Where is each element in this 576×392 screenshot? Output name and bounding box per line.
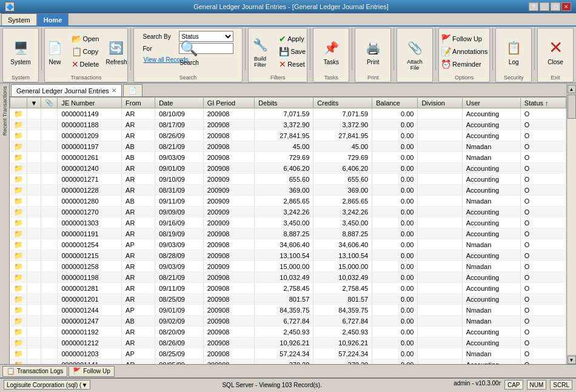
minimize-btn[interactable]: _: [540, 2, 549, 11]
print-button[interactable]: 🖨️ Print: [360, 36, 386, 67]
table-row[interactable]: 📁 0000001270 AR 09/09/09 200909 3,242.26…: [10, 207, 566, 218]
row-status: O: [520, 130, 566, 141]
table-row[interactable]: 📁 0000001281 AR 09/11/09 200908 2,758.45…: [10, 283, 566, 294]
row-balance: 0.00: [372, 174, 418, 185]
save-filter-button[interactable]: 💾 Save: [276, 45, 308, 58]
col-credits[interactable]: Credits: [313, 98, 372, 108]
attach-file-button[interactable]: 📎 AttachFile: [402, 36, 427, 73]
table-row[interactable]: 📁 0000001247 AB 09/02/09 200908 6,727.84…: [10, 316, 566, 327]
table-row[interactable]: 📁 0000001240 AR 09/01/09 200908 6,406.20…: [10, 163, 566, 174]
doc-tab-new[interactable]: 📄: [123, 84, 142, 96]
log-button[interactable]: 📋 Log: [501, 36, 526, 67]
help-btn[interactable]: ?: [529, 2, 538, 11]
open-button[interactable]: 📂 Open: [69, 33, 102, 45]
row-from: AR: [122, 337, 155, 348]
follow-up-button[interactable]: 🚩 Follow Up: [438, 33, 490, 45]
table-row[interactable]: 📁 0000001209 AR 08/26/09 200908 27,841.9…: [10, 130, 566, 141]
table-row[interactable]: 📁 0000001228 AR 08/31/09 200909 369.00 3…: [10, 185, 566, 196]
table-row[interactable]: 📁 0000001303 AR 09/16/09 200909 3,450.00…: [10, 218, 566, 228]
col-gl-period[interactable]: GI Period: [203, 98, 255, 108]
table-row[interactable]: 📁 0000001149 AR 08/10/09 200908 7,071.59…: [10, 108, 566, 119]
tab-system[interactable]: System: [1, 13, 37, 25]
status-num[interactable]: NUM: [527, 380, 547, 390]
row-from: AR: [122, 163, 155, 174]
search-button[interactable]: 🔍 Search: [176, 37, 202, 68]
row-folder-icon: 📁: [10, 196, 27, 207]
delete-button[interactable]: ✕ Delete: [69, 58, 102, 70]
table-row[interactable]: 📁 0000001280 AB 09/11/09 200909 2,865.65…: [10, 196, 566, 207]
row-gl-period: 200908: [203, 152, 255, 163]
row-balance: 0.00: [372, 272, 418, 283]
row-folder-icon: 📁: [10, 316, 27, 327]
row-attach: [41, 108, 58, 119]
row-attach: [41, 185, 58, 196]
table-row[interactable]: 📁 0000001141 AR 08/05/09 200908 378.20 3…: [10, 359, 566, 365]
col-debits[interactable]: Debits: [255, 98, 313, 108]
doc-tab-gl[interactable]: General Ledger Journal Entries ✕: [11, 84, 122, 96]
status-scrl[interactable]: SCRL: [550, 380, 572, 390]
col-date[interactable]: Date: [155, 98, 204, 108]
table-row[interactable]: 📁 0000001271 AR 09/10/09 200909 655.60 6…: [10, 174, 566, 185]
recent-transactions-label[interactable]: Recent Transactions: [2, 86, 8, 136]
status-company-btn[interactable]: Logisuite Corporation (sql) (▼: [4, 380, 90, 390]
row-filter: [27, 261, 41, 272]
col-status[interactable]: Status ↑: [520, 98, 566, 108]
scroll-thumb[interactable]: [568, 95, 576, 119]
row-from: AR: [122, 108, 155, 119]
col-icon[interactable]: [10, 98, 27, 108]
row-attach: [41, 316, 58, 327]
table-row[interactable]: 📁 0000001254 AP 09/03/09 200908 34,606.4…: [10, 239, 566, 250]
tab-home[interactable]: Home: [37, 13, 69, 25]
table-row[interactable]: 📁 0000001215 AR 08/28/09 200908 13,100.5…: [10, 250, 566, 261]
table-row[interactable]: 📁 0000001188 AR 08/17/09 200908 3,372.90…: [10, 119, 566, 130]
table-row[interactable]: 📁 0000001201 AR 08/25/09 200908 801.57 8…: [10, 294, 566, 305]
reminder-button[interactable]: ⏰ Reminder: [438, 58, 490, 70]
build-filter-button[interactable]: 🔧 BuildFilter: [247, 33, 273, 70]
copy-button[interactable]: 📋 Copy: [69, 45, 102, 58]
status-cap[interactable]: CAP: [504, 380, 523, 390]
follow-up-tab[interactable]: 🚩 Follow Up: [69, 366, 114, 377]
scroll-up[interactable]: ▲: [568, 85, 576, 93]
table-row[interactable]: 📁 0000001198 AR 08/21/09 200908 10,032.4…: [10, 272, 566, 283]
close-button[interactable]: ✕ Close: [543, 36, 568, 67]
col-division[interactable]: Division: [418, 98, 462, 108]
col-from[interactable]: From: [122, 98, 155, 108]
row-folder-icon: 📁: [10, 174, 27, 185]
scrollbar[interactable]: ▲ ▼: [566, 84, 576, 364]
row-user: Accounting: [462, 359, 520, 365]
app-icon[interactable]: 🔷: [5, 2, 15, 12]
tasks-button[interactable]: 📌 Tasks: [318, 36, 344, 67]
log-icon: 📋: [504, 38, 523, 58]
table-row[interactable]: 📁 0000001244 AP 09/01/09 200908 84,359.7…: [10, 305, 566, 316]
scroll-down[interactable]: ▼: [568, 356, 576, 364]
row-gl-period: 200908: [203, 359, 255, 365]
col-attach[interactable]: 📎: [41, 98, 58, 108]
col-user[interactable]: User: [462, 98, 520, 108]
table-container[interactable]: ▼ 📎 JE Number From Date GI Period Debits…: [10, 97, 566, 364]
table-row[interactable]: 📁 0000001192 AR 08/20/09 200908 2,450.93…: [10, 327, 566, 337]
row-debits: 378.20: [255, 359, 313, 365]
restore-btn[interactable]: ◻: [551, 2, 560, 11]
apply-button[interactable]: ✔ Apply: [276, 33, 308, 45]
new-button[interactable]: 📄 New: [42, 36, 68, 67]
row-date: 09/11/09: [155, 283, 204, 294]
table-row[interactable]: 📁 0000001258 AR 09/03/09 200909 15,000.0…: [10, 261, 566, 272]
row-date: 08/20/09: [155, 327, 204, 337]
close-btn[interactable]: ✕: [561, 2, 571, 11]
col-filter[interactable]: ▼: [27, 98, 41, 108]
doc-tab-close[interactable]: ✕: [112, 87, 116, 94]
refresh-button[interactable]: 🔄 Refresh: [102, 36, 130, 67]
reset-button[interactable]: ✕ Reset: [276, 58, 308, 70]
row-status: O: [520, 250, 566, 261]
system-button[interactable]: 🖥️ System: [7, 36, 33, 67]
table-row[interactable]: 📁 0000001197 AB 08/21/09 200908 45.00 45…: [10, 141, 566, 152]
annotations-button[interactable]: 📝 Annotations: [438, 45, 490, 58]
row-debits: 84,359.75: [255, 305, 313, 316]
table-row[interactable]: 📁 0000001212 AR 08/26/09 200908 10,926.2…: [10, 337, 566, 348]
table-row[interactable]: 📁 0000001191 AR 08/19/09 200908 8,887.25…: [10, 228, 566, 239]
col-balance[interactable]: Balance: [372, 98, 418, 108]
table-row[interactable]: 📁 0000001203 AP 08/25/09 200908 57,224.3…: [10, 348, 566, 359]
transaction-logs-tab[interactable]: 📋 Transaction Logs: [2, 366, 67, 377]
col-je-number[interactable]: JE Number: [58, 98, 122, 108]
table-row[interactable]: 📁 0000001261 AB 09/03/09 200908 729.69 7…: [10, 152, 566, 163]
